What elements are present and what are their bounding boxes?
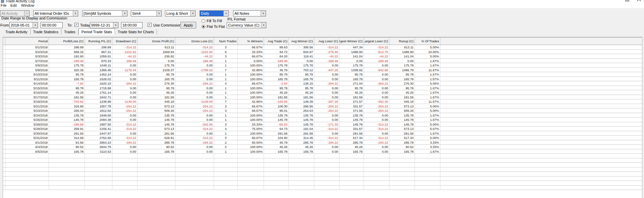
column-header-largest-loser-c[interactable]: Largest Loser (C) [364, 38, 389, 45]
table-row[interactable]: 5/10/201895.781462.240.0095.780.001100.0… [3, 72, 642, 77]
row-margin-cell [3, 117, 5, 122]
column-header-drawdown-c[interactable]: Drawdown (C) [112, 38, 138, 45]
table-row[interactable]: 5/2/2018568.32867.21-1101.621669.94-1101… [3, 50, 642, 54]
cell: 45.26 [138, 90, 175, 95]
cell: 1 [214, 59, 238, 63]
column-header-largest-winner-c[interactable]: Largest Winner (C) [339, 38, 364, 45]
activity-filter-dropdown[interactable]: All Activity ▼ [0, 10, 30, 16]
order-ids-dropdown[interactable]: All Internal Order IDs ▼ [33, 10, 78, 16]
empty-table-row[interactable] [3, 181, 642, 186]
cell: -314.22 [175, 45, 214, 49]
cell [339, 154, 364, 158]
table-row[interactable]: 5/11/2018165.781628.020.00165.780.001100… [3, 77, 642, 82]
table-row[interactable]: 5/3/2018192.601059.81-44.22236.82-44.223… [3, 54, 642, 59]
tab-trades[interactable]: Trades [61, 29, 78, 35]
cell: 298.89 [85, 45, 112, 49]
table-row[interactable]: 5/23/2018255.041812.82-254.22509.26-254.… [3, 108, 642, 113]
direction-dropdown[interactable]: Long & Short ▼ [165, 10, 196, 16]
empty-table-row[interactable] [3, 186, 642, 190]
close-window-icon[interactable] [637, 0, 641, 1]
column-header-avg-winner-c[interactable]: Avg Winner (C) [289, 38, 314, 45]
empty-table-row[interactable] [3, 177, 642, 181]
column-header-running-p-l-c[interactable]: Running P/L (C) [85, 38, 112, 45]
cell: 0.00 [175, 117, 214, 122]
empty-table-row[interactable] [3, 163, 642, 167]
from-date-dropdown[interactable]: 2018-05-01 ▼ [9, 22, 38, 28]
cell: 2854.23 [85, 140, 112, 145]
column-header-num-trades[interactable]: Num Trades [214, 38, 238, 45]
cell: 2447.97 [85, 131, 112, 136]
cell-filler [440, 81, 642, 86]
column-header-of-trades[interactable]: % Of Trades [415, 38, 440, 45]
cell-filler [440, 122, 642, 127]
cell: 1 [214, 117, 238, 122]
empty-table-row[interactable] [3, 167, 642, 172]
table-row[interactable]: 5/14/2018-7.921620.10-284.22276.30-284.2… [3, 81, 642, 86]
cell-filler [440, 127, 642, 131]
to-time-field[interactable] [121, 22, 143, 28]
cell: 0.00 [314, 117, 339, 122]
symbols-dropdown[interactable]: [Sim]All Symbols ▼ [82, 10, 127, 16]
from-time-field[interactable] [41, 22, 63, 28]
table-row[interactable]: 5/25/2018145.782094.380.00145.780.001100… [3, 117, 642, 122]
column-header-avg-loser-c[interactable]: Avg Loser (C) [314, 38, 339, 45]
apply-button[interactable]: Apply [180, 22, 196, 29]
table-row[interactable]: 5/15/201895.781715.880.0095.780.001100.0… [3, 86, 642, 91]
column-header-runup-c[interactable]: Runup (C) [389, 38, 415, 45]
empty-table-row[interactable] [3, 172, 642, 177]
today-checkbox[interactable]: ✓ [74, 23, 78, 27]
cell [289, 167, 314, 172]
restore-window-icon[interactable] [625, 0, 629, 1]
table-row[interactable]: 5/18/2018-703.821238.88-1149.00445.18-11… [3, 99, 642, 104]
table-row[interactable]: 5/16/201845.261761.140.0045.260.001100.0… [3, 90, 642, 95]
fill-to-fill-radio[interactable] [202, 19, 205, 23]
cell: 285.78 [389, 140, 415, 145]
table-row[interactable]: 5/29/2018258.912156.41-314.22573.13-314.… [3, 127, 642, 131]
table-row[interactable]: 5/30/2018291.562447.970.00291.560.001100… [3, 131, 642, 136]
tab-trade-statistics[interactable]: Trade Statistics [31, 29, 61, 35]
flat-to-flat-radio[interactable] [202, 25, 205, 29]
tab-trade-stats-for-charts[interactable]: Trade Stats for Charts [115, 29, 157, 35]
table-row[interactable]: 5/31/2018314.692762.66-314.22628.91-314.… [3, 136, 642, 140]
tab-trade-activity[interactable]: Trade Activity [3, 29, 31, 35]
table-row[interactable]: 6/1/201891.562854.23-194.22285.78-194.22… [3, 140, 642, 145]
column-header-gross-profit-c[interactable]: Gross Profit (C) [138, 38, 175, 45]
table-row[interactable]: 5/28/2018-196.881897.50-314.22145.78-342… [3, 122, 642, 127]
cell: 0.00 [364, 77, 389, 81]
column-header-avg-trade-c[interactable]: Avg Trade (C) [264, 38, 289, 45]
account-dropdown[interactable]: Sim4 ▼ [131, 10, 162, 16]
notes-dropdown[interactable]: All Notes ▼ [233, 10, 266, 16]
column-header-winners[interactable]: % Winners [238, 38, 264, 45]
row-margin-cell [3, 68, 5, 72]
table-row[interactable]: 5/7/2018-189.48870.33-189.480.00-189.481… [3, 59, 642, 63]
cell: 165.78 [389, 77, 415, 81]
cell [138, 177, 175, 181]
cell: 5/25/2018 [5, 117, 49, 122]
table-row[interactable]: 6/4/201890.522944.750.0090.520.002100.00… [3, 145, 642, 149]
to-date-dropdown[interactable]: 9999-12-31 ▼ [90, 22, 118, 28]
cell [85, 158, 112, 163]
menu-edit[interactable]: Edit [10, 3, 17, 7]
cell: 6/5/2018 [5, 149, 49, 154]
menu-window[interactable]: Window [21, 3, 34, 7]
period-dropdown[interactable]: Daily ▼ [200, 10, 229, 16]
column-header-gross-loss-c[interactable]: Gross Loss (C) [175, 38, 214, 45]
column-header-profit-loss-c[interactable]: Profit/Loss (C) [49, 38, 85, 45]
column-header-period[interactable]: Period [5, 38, 49, 45]
cell [49, 181, 85, 185]
table-row[interactable]: 5/21/2018318.901557.78-254.22573.13-254.… [3, 104, 642, 109]
pl-format-dropdown[interactable]: Currency Value (C) ▼ [227, 22, 266, 28]
table-row[interactable]: 6/5/2018165.783110.530.00165.780.001100.… [3, 149, 642, 154]
tab-period-trade-stats[interactable]: Period Trade Stats [78, 28, 115, 35]
table-row[interactable]: 5/9/2018320.351366.46-1176.442109.37-178… [3, 68, 642, 72]
table-row[interactable]: 5/24/2018135.781948.600.00135.780.001100… [3, 113, 642, 118]
empty-table-row[interactable] [3, 158, 642, 163]
table-row[interactable]: 5/8/2018175.781046.110.00175.780.001100.… [3, 63, 642, 68]
cell: 5/23/2018 [5, 108, 49, 113]
empty-table-row[interactable] [3, 154, 642, 158]
cell: 85.01 [264, 108, 289, 113]
menu-file[interactable]: File [1, 3, 7, 7]
table-row[interactable]: 5/1/2018298.89298.89-314.22613.11-314.22… [3, 45, 642, 50]
use-commission-checkbox[interactable]: ✓ [148, 23, 152, 27]
table-row[interactable]: 5/17/2018181.561942.710.00181.560.001100… [3, 95, 642, 100]
